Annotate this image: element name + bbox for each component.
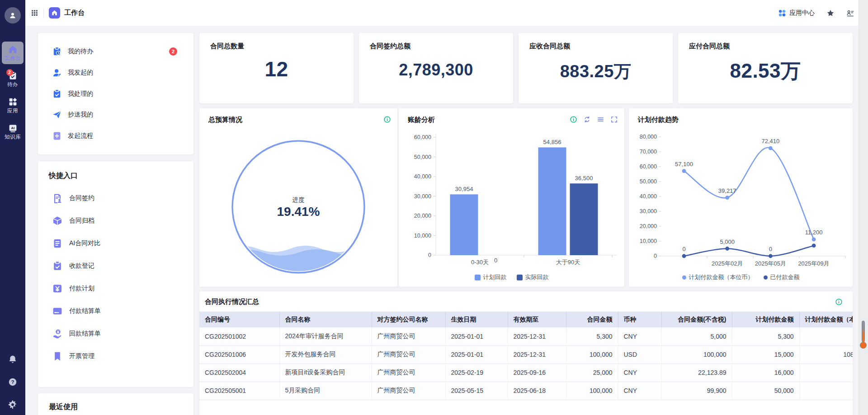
budget-gauge-card: 总预算情况 进度 19.41% bbox=[199, 108, 397, 287]
table-cell: CNY bbox=[618, 364, 661, 382]
refresh-icon[interactable] bbox=[583, 116, 591, 123]
legend-item[interactable]: 实际回款 bbox=[517, 273, 549, 281]
table-cell: 2025-09-16 bbox=[508, 364, 566, 382]
table-cell: 100,000 bbox=[566, 345, 618, 364]
quick-entry-item-4[interactable]: 收款登记 bbox=[38, 255, 193, 277]
svg-text:70,000: 70,000 bbox=[640, 149, 657, 155]
favorites-star-icon[interactable] bbox=[826, 9, 835, 17]
table-cell: 5月采购合同 bbox=[279, 382, 372, 400]
table-cell: 2025-01-01 bbox=[445, 345, 508, 364]
rail-item-3[interactable]: 应用 bbox=[2, 94, 24, 117]
menu-item-label: 我的待办 bbox=[68, 47, 93, 56]
ai-compare-icon bbox=[52, 238, 63, 249]
sidebar-menu-item-1[interactable]: 我的待办 2 bbox=[38, 42, 193, 61]
aging-chart-title: 账龄分析 bbox=[408, 116, 435, 124]
left-rail: 工作台2 待办 应用AI 知识库 ? bbox=[0, 0, 25, 415]
app-home-icon[interactable] bbox=[49, 7, 60, 19]
svg-text:2025年05月: 2025年05月 bbox=[755, 260, 786, 267]
legend-item[interactable]: 计划付款金额（本位币） bbox=[682, 273, 754, 281]
stat-value: 12 bbox=[210, 57, 343, 81]
table-cell: 25,000 bbox=[566, 364, 618, 382]
sidebar-menu-item-3[interactable]: 我处理的 bbox=[38, 84, 193, 103]
budget-chart-title: 总预算情况 bbox=[208, 116, 242, 124]
table-cell: 广州商贸公司 bbox=[372, 327, 445, 345]
table-cell: 2025-12-31 bbox=[508, 345, 566, 364]
table-cell: 22,123.89 bbox=[661, 364, 732, 382]
table-cell: CG202502004 bbox=[199, 364, 279, 382]
coin-hand-icon bbox=[52, 328, 63, 339]
expand-icon[interactable] bbox=[610, 116, 618, 123]
menu-item-badge: 2 bbox=[169, 47, 177, 56]
legend-item[interactable]: 计划回款 bbox=[475, 273, 507, 281]
help-icon[interactable]: ? bbox=[8, 377, 18, 387]
sidebar-menu-item-4[interactable]: 抄送我的 bbox=[38, 105, 193, 124]
table-row[interactable]: CG202502004新项目it设备采购合同广州商贸公司2025-02-1920… bbox=[199, 364, 853, 382]
rail-item-2[interactable]: 2 待办 bbox=[2, 68, 24, 90]
table-cell: CG202505001 bbox=[199, 382, 279, 400]
rail-item-1[interactable]: 工作台 bbox=[2, 42, 24, 64]
svg-text:40,000: 40,000 bbox=[414, 173, 431, 180]
rail-item-4[interactable]: AI 知识库 bbox=[2, 120, 24, 143]
svg-text:5,000: 5,000 bbox=[720, 238, 735, 245]
menu-item-label: 发起流程 bbox=[68, 132, 93, 140]
sidebar-menu-item-5[interactable]: 发起流程 bbox=[38, 126, 193, 145]
table-cell bbox=[799, 382, 853, 400]
svg-text:30,954: 30,954 bbox=[455, 186, 473, 192]
column-header: 计划付款金额（本位 bbox=[799, 312, 853, 327]
stat-value: 82.53万 bbox=[689, 58, 842, 84]
contact-card-icon[interactable] bbox=[846, 9, 854, 17]
quick-entry-item-3[interactable]: AI合同对比 bbox=[38, 232, 193, 255]
sidebar-menu-item-2[interactable]: 我发起的 bbox=[38, 63, 193, 82]
apps-grid-icon bbox=[8, 97, 18, 107]
quick-entry-item-1[interactable]: 合同签约 bbox=[38, 187, 193, 210]
table-row[interactable]: CG2025010022024年审计服务合同广州商贸公司2025-01-0120… bbox=[199, 327, 853, 345]
svg-text:2025年02月: 2025年02月 bbox=[712, 260, 743, 267]
table-cell: 99,900 bbox=[661, 382, 732, 400]
quick-entry-item-2[interactable]: 合同归档 bbox=[38, 210, 193, 232]
quick-entry-item-8[interactable]: 开票管理 bbox=[38, 345, 193, 368]
stat-card-4: 应付合同总额 82.53万 bbox=[678, 33, 853, 103]
bell-icon[interactable] bbox=[8, 354, 18, 364]
page-title: 工作台 bbox=[64, 9, 85, 17]
svg-text:80,000: 80,000 bbox=[640, 134, 657, 140]
svg-text:10,000: 10,000 bbox=[640, 238, 657, 244]
quick-item-label: 收款登记 bbox=[69, 262, 94, 270]
page-scrollbar[interactable] bbox=[859, 0, 868, 415]
quick-item-label: 开票管理 bbox=[69, 352, 94, 360]
avatar[interactable] bbox=[5, 7, 21, 23]
info-icon[interactable] bbox=[383, 116, 391, 123]
receipt-check-icon bbox=[52, 261, 63, 271]
menu-item-label: 我发起的 bbox=[68, 69, 93, 77]
quick-item-label: 合同归档 bbox=[69, 217, 94, 225]
legend-item[interactable]: 已付款金额 bbox=[764, 273, 800, 281]
quick-item-label: 付款计划 bbox=[69, 284, 94, 293]
table-cell: CNY bbox=[618, 327, 661, 345]
info-icon[interactable] bbox=[835, 298, 843, 306]
table-cell bbox=[799, 364, 853, 382]
thermometer-icon[interactable] bbox=[860, 321, 867, 349]
grid-menu-icon[interactable] bbox=[31, 9, 38, 17]
table-cell bbox=[799, 327, 853, 345]
quick-item-label: 回款结算单 bbox=[69, 330, 101, 338]
svg-text:72,410: 72,410 bbox=[762, 138, 780, 145]
stat-card-2: 合同签约总额 2,789,300 bbox=[359, 33, 513, 103]
list-menu-icon[interactable] bbox=[597, 116, 604, 123]
table-cell: USD bbox=[618, 345, 661, 364]
app-center-button[interactable]: 应用中心 bbox=[778, 9, 815, 17]
table-row[interactable]: CG2025050015月采购合同广州商贸公司2025-05-152025-06… bbox=[199, 382, 853, 400]
rail-item-label: 应用 bbox=[7, 108, 18, 114]
stat-value: 2,789,300 bbox=[370, 61, 502, 79]
settings-gear-icon[interactable] bbox=[8, 400, 18, 410]
svg-text:30,000: 30,000 bbox=[640, 208, 657, 214]
info-icon[interactable] bbox=[570, 116, 577, 123]
table-cell: 开发外包服务合同 bbox=[279, 345, 372, 364]
svg-text:40,000: 40,000 bbox=[640, 193, 657, 200]
quick-entry-item-5[interactable]: 付款计划 bbox=[38, 277, 193, 300]
home-icon bbox=[8, 45, 18, 54]
table-cell: 2025-05-15 bbox=[445, 382, 508, 400]
table-row[interactable]: CG202501006开发外包服务合同广州商贸公司2025-01-012025-… bbox=[199, 345, 853, 364]
quick-entry-item-6[interactable]: 付款结算单 bbox=[38, 300, 193, 322]
table-cell: CNY bbox=[618, 382, 661, 400]
quick-entry-item-7[interactable]: 回款结算单 bbox=[38, 322, 193, 345]
table-cell: 2025-06-18 bbox=[508, 382, 566, 400]
